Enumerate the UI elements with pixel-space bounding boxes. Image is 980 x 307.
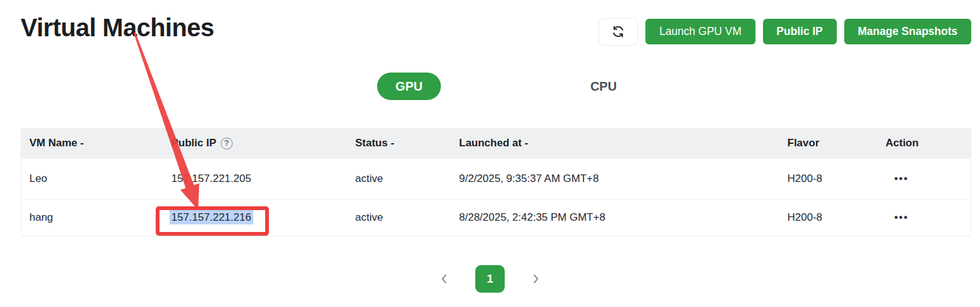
flavor-cell: H200-8 xyxy=(787,173,886,185)
vm-type-tabs: GPU CPU xyxy=(0,73,980,100)
public-ip-cell[interactable]: 157.157.221.205 xyxy=(171,173,355,185)
column-header-vm-name[interactable]: VM Name - xyxy=(21,137,171,149)
column-header-flavor: Flavor xyxy=(787,137,886,149)
column-header-action: Action xyxy=(886,137,972,149)
flavor-cell: H200-8 xyxy=(787,211,886,224)
public-ip-cell[interactable]: 157.157.221.216 xyxy=(171,211,355,224)
status-cell: active xyxy=(355,211,459,224)
column-header-public-ip[interactable]: Public IP ? xyxy=(171,137,355,149)
next-page-button[interactable] xyxy=(531,273,541,284)
vm-name-cell: Leo xyxy=(21,173,171,185)
table-row-hang: hang 157.157.221.216 active 8/28/2025, 2… xyxy=(21,199,971,236)
chevron-right-icon xyxy=(531,273,541,284)
column-header-launched-at[interactable]: Launched at - xyxy=(459,137,787,149)
refresh-button[interactable] xyxy=(599,18,638,46)
tab-gpu[interactable]: GPU xyxy=(377,73,441,100)
public-ip-header-label: Public IP xyxy=(171,137,216,149)
launch-gpu-vm-button[interactable]: Launch GPU VM xyxy=(645,19,755,44)
launched-at-cell: 8/28/2025, 2:42:35 PM GMT+8 xyxy=(459,211,787,224)
table-header-row: VM Name - Public IP ? Status - Launched … xyxy=(21,128,971,158)
vm-name-cell: hang xyxy=(21,211,171,224)
refresh-icon xyxy=(611,24,625,39)
column-header-status[interactable]: Status - xyxy=(355,137,459,149)
page-title: Virtual Machines xyxy=(21,14,214,42)
status-cell: active xyxy=(355,173,459,185)
virtual-machines-page: Virtual Machines Launch GPU VM Public IP… xyxy=(0,0,980,307)
tab-cpu[interactable]: CPU xyxy=(560,73,647,100)
selected-ip-text[interactable]: 157.157.221.216 xyxy=(169,210,253,224)
manage-snapshots-button[interactable]: Manage Snapshots xyxy=(844,19,971,44)
actions-menu-button[interactable]: ••• xyxy=(886,212,909,223)
previous-page-button[interactable] xyxy=(439,273,449,284)
vm-table: VM Name - Public IP ? Status - Launched … xyxy=(21,128,971,236)
table-row-leo: Leo 157.157.221.205 active 9/2/2025, 9:3… xyxy=(21,158,971,199)
toolbar: Launch GPU VM Public IP Manage Snapshots xyxy=(599,19,971,44)
help-icon[interactable]: ? xyxy=(221,138,233,149)
pagination: 1 xyxy=(0,265,980,293)
actions-menu-button[interactable]: ••• xyxy=(886,173,909,184)
chevron-left-icon xyxy=(439,273,449,284)
launched-at-cell: 9/2/2025, 9:35:37 AM GMT+8 xyxy=(459,173,787,185)
public-ip-button[interactable]: Public IP xyxy=(763,19,837,44)
page-number-button[interactable]: 1 xyxy=(475,265,505,293)
